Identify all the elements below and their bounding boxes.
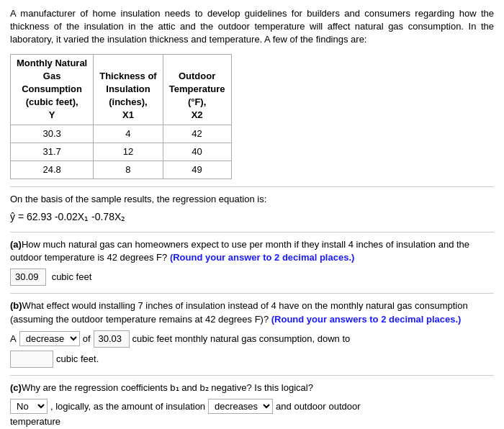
divider-1 xyxy=(10,186,494,187)
part-a-label: (a) xyxy=(10,239,22,250)
part-b-amount-box: 30.03 xyxy=(94,330,130,348)
part-b-label: (b) xyxy=(10,300,22,311)
part-c-next-line: temperature xyxy=(10,415,494,428)
part-c-label: (c) xyxy=(10,382,22,393)
part-a-question: (a)How much natural gas can homeowners e… xyxy=(10,238,494,264)
part-b-effect-dropdown[interactable]: decreaseincrease xyxy=(19,331,80,346)
part-c-section: (c)Why are the regression coefficients b… xyxy=(10,381,494,428)
table-cell: 30.3 xyxy=(11,125,94,143)
part-a-section: (a)How much natural gas can homeowners e… xyxy=(10,238,494,286)
part-b-section: (b)What effect would installing 7 inches… xyxy=(10,299,494,368)
part-a-answer-row: 30.09 cubic feet xyxy=(10,268,494,286)
table-cell: 42 xyxy=(163,125,231,143)
part-a-note: (Round your answer to 2 decimal places.) xyxy=(170,252,354,263)
col1-header: Monthly Natural Gas Consumption (cubic f… xyxy=(11,54,94,125)
intro-paragraph: A manufacturer of home insulation needs … xyxy=(10,7,494,47)
table-cell: 4 xyxy=(94,125,163,143)
part-c-temperature-label: temperature xyxy=(10,416,60,427)
regression-equation: ŷ = 62.93 -0.02X₁ -0.78X₂ xyxy=(10,210,494,225)
part-c-outdoor-label: outdoor xyxy=(329,400,361,413)
col2-header: Thickness of Insulation (inches), X1 xyxy=(94,54,163,125)
table-cell: 8 xyxy=(94,161,163,179)
table-cell: 12 xyxy=(94,143,163,161)
part-c-question: (c)Why are the regression coefficients b… xyxy=(10,381,494,394)
table-cell: 31.7 xyxy=(11,143,94,161)
part-a-unit: cubic feet xyxy=(52,271,92,282)
part-a-answer-box: 30.09 xyxy=(10,268,46,286)
part-b-result-box xyxy=(10,351,53,368)
part-c-middle-text: , logically, as the amount of insulation xyxy=(50,400,205,413)
part-b-a-label: A xyxy=(10,333,17,346)
part-b-answer-row: A decreaseincrease of 30.03 cubic feet m… xyxy=(10,330,494,348)
divider-3 xyxy=(10,293,494,294)
part-b-note: (Round your answers to 2 decimal places.… xyxy=(271,314,462,325)
table-cell: 40 xyxy=(163,143,231,161)
regression-section: On the basis of the sample results, the … xyxy=(10,193,494,225)
part-b-of-label: of xyxy=(83,333,91,346)
data-table: Monthly Natural Gas Consumption (cubic f… xyxy=(10,54,232,180)
table-cell: 49 xyxy=(163,161,231,179)
part-b-second-row: cubic feet. xyxy=(10,351,494,368)
divider-4 xyxy=(10,375,494,376)
part-c-insulation-dropdown[interactable]: decreasesincreases xyxy=(208,399,273,414)
part-b-suffix1: cubic feet monthly natural gas consumpti… xyxy=(132,333,351,346)
table-cell: 24.8 xyxy=(11,161,94,179)
divider-2 xyxy=(10,232,494,232)
part-c-answer-row: NoYes , logically, as the amount of insu… xyxy=(10,399,494,414)
part-c-logical-dropdown[interactable]: NoYes xyxy=(10,399,48,414)
part-c-end-text: and outdoor xyxy=(276,400,325,413)
regression-intro: On the basis of the sample results, the … xyxy=(10,193,494,206)
part-b-suffix3: cubic feet. xyxy=(56,353,99,366)
part-b-question: (b)What effect would installing 7 inches… xyxy=(10,299,494,325)
col3-header: Outdoor Temperature (°F), X2 xyxy=(163,54,231,125)
data-table-section: Monthly Natural Gas Consumption (cubic f… xyxy=(10,54,494,180)
